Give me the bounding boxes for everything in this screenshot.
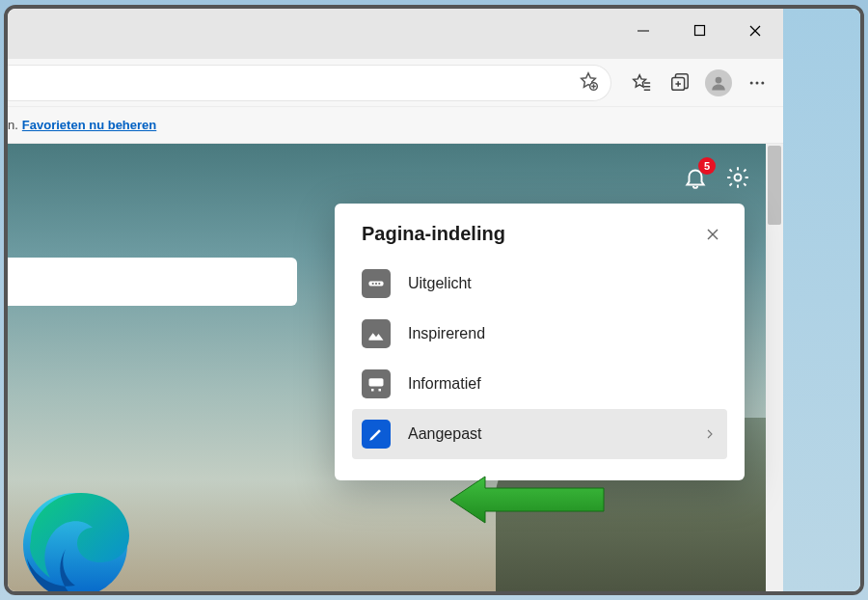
notification-badge: 5 [698,157,716,175]
svg-point-13 [716,76,722,83]
news-layout-icon [362,369,391,398]
toolbar-actions [611,67,783,99]
layout-option-label: Uitgelicht [408,275,727,292]
collections-icon[interactable] [664,67,696,99]
layout-option-custom[interactable]: Aangepast [352,409,727,459]
favorites-icon[interactable] [625,67,658,99]
window-controls [615,9,783,52]
edge-logo-icon [17,485,133,591]
close-button[interactable] [727,9,783,52]
popup-close-button[interactable] [702,224,723,245]
desktop-background-strip [783,9,860,591]
browser-toolbar [8,59,783,107]
layout-option-inspirational[interactable]: Inspirerend [352,309,727,359]
image-layout-icon [362,319,391,348]
layout-option-label: Informatief [408,375,727,393]
profile-avatar[interactable] [702,67,735,99]
add-favorite-icon[interactable] [578,70,599,95]
svg-rect-26 [371,389,374,392]
svg-rect-27 [379,389,382,392]
svg-point-14 [750,81,753,84]
wallpaper-top-icons: 5 [681,163,752,192]
svg-point-22 [372,283,374,285]
svg-point-24 [378,283,380,285]
focused-layout-icon [362,269,391,298]
window-titlebar [8,9,783,59]
pencil-icon [362,420,391,449]
popup-title: Pagina-indeling [362,223,505,245]
minimize-button[interactable] [615,9,671,52]
svg-point-18 [735,175,742,181]
favorites-bar: n. Favorieten nu beheren [8,107,783,144]
svg-point-16 [761,81,764,84]
scrollbar-thumb[interactable] [768,146,781,225]
search-bar[interactable] [8,258,297,306]
manage-favorites-link[interactable]: Favorieten nu beheren [22,118,156,132]
svg-point-15 [756,81,759,84]
layout-option-label: Aangepast [408,425,698,443]
page-layout-popup: Pagina-indeling Uitgelicht Inspirerend [335,204,745,480]
address-bar[interactable] [8,65,611,101]
notifications-button[interactable]: 5 [681,163,710,192]
layout-option-informational[interactable]: Informatief [352,359,727,409]
layout-option-label: Inspirerend [408,325,727,342]
layout-option-focused[interactable]: Uitgelicht [352,259,727,309]
new-tab-content: 5 Pagina-indeling [8,144,783,591]
settings-button[interactable] [723,163,752,192]
more-menu-icon[interactable] [741,67,773,99]
vertical-scrollbar[interactable] [766,144,783,591]
chevron-right-icon [698,428,727,440]
browser-window: n. Favorieten nu beheren [4,5,864,595]
svg-rect-1 [694,26,704,36]
popup-list: Uitgelicht Inspirerend Informatief [335,255,745,480]
svg-point-23 [375,283,377,285]
favorites-bar-text: n. [8,118,18,132]
svg-rect-25 [369,378,384,386]
maximize-button[interactable] [671,9,727,52]
